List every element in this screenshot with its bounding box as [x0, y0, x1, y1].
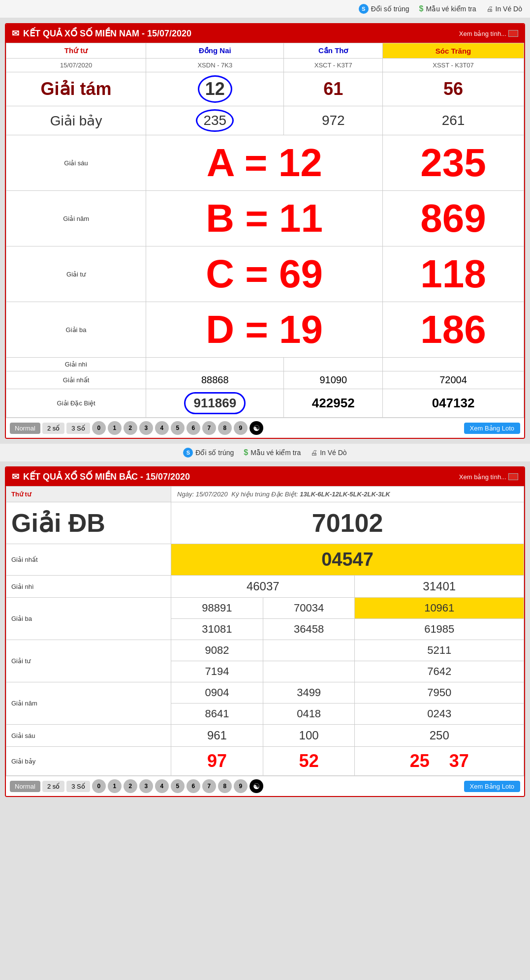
giai-tam-row: Giải tám 12 61 56 [6, 72, 524, 106]
giai-ba-row: Giải ba D = 19 186 [6, 302, 524, 358]
col-soc-trang: Sóc Trăng [383, 43, 524, 59]
bac-tab-hai-so[interactable]: 2 số [42, 781, 64, 792]
giai-db-bac-row: Giải ĐB 70102 [6, 502, 524, 544]
giai-dac-biet-row: Giải Đặc Biệt 911869 422952 047132 [6, 389, 524, 418]
bac-tab-xem-bang-loto[interactable]: Xem Bảng Loto [464, 781, 520, 792]
tab-yin-yang[interactable]: ☯ [249, 421, 263, 435]
mien-nam-header: ✉ KẾT QUẢ XỔ SỐ MIỀN NAM - 15/07/2020 Xe… [6, 24, 524, 43]
tab-xem-bang-loto[interactable]: Xem Bảng Loto [464, 423, 520, 434]
bac-tab-num-6[interactable]: 6 [187, 779, 200, 793]
tab-normal[interactable]: Normal [10, 423, 40, 434]
bac-tab-normal[interactable]: Normal [10, 781, 40, 792]
flag-icon [508, 30, 518, 37]
tab-num-8[interactable]: 8 [218, 421, 232, 435]
mien-bac-header: ✉ KẾT QUẢ XỔ SỐ MIỀN BẮC - 15/07/2020 Xe… [6, 467, 524, 486]
bac-tab-num-1[interactable]: 1 [108, 779, 122, 793]
col-thu-tu: Thứ tư [6, 43, 146, 59]
giai-bay-dongNai-circled: 235 [196, 109, 234, 132]
mau-ve-icon-bottom: $ [244, 448, 248, 457]
date-code-row: 15/07/2020 XSDN - 7K3 XSCT - K3T7 XSST -… [6, 59, 524, 72]
printer-icon-bottom: 🖨 [311, 449, 317, 457]
flag-icon-bac [508, 473, 518, 480]
mien-nam-tab-bar: Normal 2 số 3 Số 0 1 2 3 4 5 6 7 8 9 ☯ X… [6, 418, 524, 438]
mau-ve-kiem-tra-top[interactable]: $ Mẫu vé kiểm tra [419, 4, 476, 13]
mien-bac-title: KẾT QUẢ XỔ SỐ MIỀN BẮC - 15/07/2020 [23, 471, 190, 482]
giai-tam-dongNai-circled: 12 [198, 75, 232, 103]
xem-bang-tinh-bac[interactable]: Xem bảng tính... [459, 473, 518, 481]
doi-so-trung-top[interactable]: S Đổi số trúng [359, 4, 409, 14]
col-dong-nai: Đồng Nai [146, 43, 284, 59]
giai-bay-row: Giải bảy 235 972 261 [6, 106, 524, 135]
mien-bac-section: ✉ KẾT QUẢ XỔ SỐ MIỀN BẮC - 15/07/2020 Xe… [5, 466, 525, 797]
bac-tab-num-3[interactable]: 3 [139, 779, 153, 793]
bac-tab-num-7[interactable]: 7 [202, 779, 216, 793]
mien-nam-title: KẾT QUẢ XỔ SỐ MIỀN NAM - 15/07/2020 [23, 28, 191, 39]
mau-ve-icon: $ [419, 4, 424, 13]
tab-hai-so[interactable]: 2 số [42, 423, 64, 434]
giai-bay-bac-row: Giải bảy 97 52 25 37 [6, 747, 524, 776]
xem-bang-tinh[interactable]: Xem bảng tính... [459, 30, 518, 37]
envelope-icon: ✉ [12, 28, 19, 39]
doi-so-icon: S [359, 4, 369, 14]
tab-num-4[interactable]: 4 [155, 421, 169, 435]
dac-biet-dongNai-circled: 911869 [184, 392, 246, 414]
col-can-tho: Cần Thơ [284, 43, 383, 59]
in-ve-do-top[interactable]: 🖨 In Vé Dò [486, 5, 522, 13]
bac-header-row: Thứ tư Ngày: 15/07/2020 Ký hiệu trúng Đặ… [6, 487, 524, 502]
header-row: Thứ tư Đồng Nai Cần Thơ Sóc Trăng [6, 43, 524, 59]
doi-so-icon-bottom: S [183, 448, 193, 458]
envelope-icon-bac: ✉ [12, 471, 19, 482]
giai-sau-row: Giải sáu A = 12 235 [6, 135, 524, 191]
tab-num-7[interactable]: 7 [202, 421, 216, 435]
mien-bac-table: Thứ tư Ngày: 15/07/2020 Ký hiệu trúng Đặ… [6, 486, 524, 776]
bottom-bar: S Đổi số trúng $ Mẫu vé kiểm tra 🖨 In Vé… [0, 444, 530, 461]
mien-nam-section: ✉ KẾT QUẢ XỔ SỐ MIỀN NAM - 15/07/2020 Xe… [5, 23, 525, 439]
giai-nhat-row: Giải nhất 88868 91090 72004 [6, 371, 524, 389]
giai-sau-bac-row: Giải sáu 961 100 250 [6, 725, 524, 747]
tab-num-6[interactable]: 6 [187, 421, 200, 435]
tab-num-3[interactable]: 3 [139, 421, 153, 435]
mau-ve-kiem-tra-bottom[interactable]: $ Mẫu vé kiểm tra [244, 448, 301, 457]
bac-tab-num-2[interactable]: 2 [124, 779, 137, 793]
bac-tab-num-8[interactable]: 8 [218, 779, 232, 793]
giai-ba-bac-row1: Giải ba 98891 70034 10961 [6, 598, 524, 619]
tab-num-1[interactable]: 1 [108, 421, 122, 435]
tab-num-2[interactable]: 2 [124, 421, 137, 435]
bac-tab-num-5[interactable]: 5 [171, 779, 185, 793]
top-bar: S Đổi số trúng $ Mẫu vé kiểm tra 🖨 In Vé… [0, 0, 530, 18]
in-ve-do-bottom[interactable]: 🖨 In Vé Dò [311, 449, 346, 457]
bac-tab-num-4[interactable]: 4 [155, 779, 169, 793]
printer-icon: 🖨 [486, 5, 493, 13]
giai-nhi-bac-row: Giải nhì 46037 31401 [6, 576, 524, 598]
giai-nhat-bac-row: Giải nhất 04547 [6, 544, 524, 576]
tab-num-0[interactable]: 0 [92, 421, 106, 435]
giai-nam-bac-row1: Giải năm 0904 3499 7950 [6, 682, 524, 704]
giai-nam-row: Giải năm B = 11 869 [6, 191, 524, 246]
bac-tab-num-0[interactable]: 0 [92, 779, 106, 793]
tab-ba-so[interactable]: 3 Số [66, 423, 90, 434]
bac-tab-ba-so[interactable]: 3 Số [66, 781, 90, 792]
bac-tab-num-9[interactable]: 9 [234, 779, 248, 793]
giai-tu-row: Giải tư C = 69 118 [6, 246, 524, 302]
giai-tu-bac-row1: Giải tư 9082 5211 [6, 640, 524, 661]
bac-tab-yin-yang[interactable]: ☯ [249, 779, 263, 793]
mien-nam-table: Thứ tư Đồng Nai Cần Thơ Sóc Trăng 15/07/… [6, 43, 524, 418]
tab-num-9[interactable]: 9 [234, 421, 248, 435]
doi-so-trung-bottom[interactable]: S Đổi số trúng [183, 448, 234, 458]
tab-num-5[interactable]: 5 [171, 421, 185, 435]
mien-bac-tab-bar: Normal 2 số 3 Số 0 1 2 3 4 5 6 7 8 9 ☯ X… [6, 776, 524, 796]
giai-nhi-row: Giải nhì [6, 358, 524, 371]
